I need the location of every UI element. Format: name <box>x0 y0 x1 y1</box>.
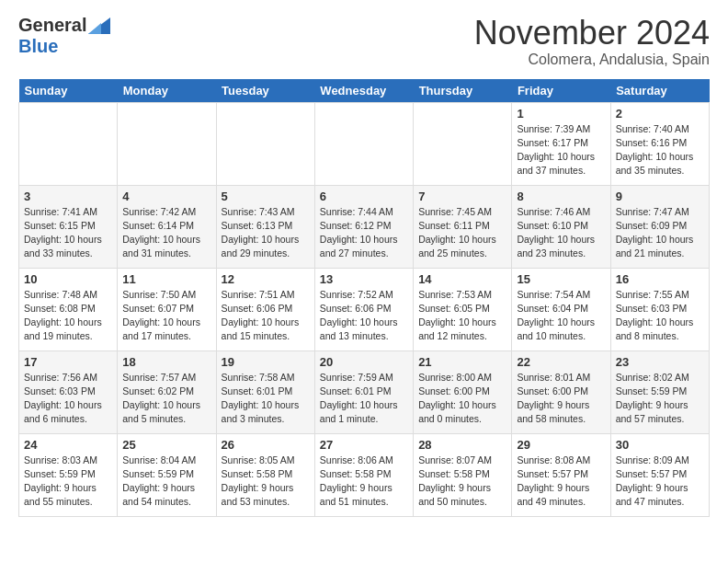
weekday-header: Sunday <box>19 79 118 103</box>
calendar-cell: 12Sunrise: 7:51 AMSunset: 6:06 PMDayligh… <box>216 268 314 350</box>
weekday-header: Tuesday <box>216 79 314 103</box>
day-number: 16 <box>616 272 704 286</box>
day-number: 14 <box>418 272 506 286</box>
day-info: Sunrise: 7:41 AMSunset: 6:15 PMDaylight:… <box>24 205 112 261</box>
svg-marker-1 <box>88 23 101 34</box>
day-number: 18 <box>122 355 210 369</box>
day-info: Sunrise: 7:56 AMSunset: 6:03 PMDaylight:… <box>24 371 112 427</box>
calendar-cell: 18Sunrise: 7:57 AMSunset: 6:02 PMDayligh… <box>118 350 216 433</box>
weekday-header: Wednesday <box>314 79 413 103</box>
calendar-cell: 27Sunrise: 8:06 AMSunset: 5:58 PMDayligh… <box>314 433 413 516</box>
day-number: 23 <box>616 355 704 369</box>
calendar-cell: 25Sunrise: 8:04 AMSunset: 5:59 PMDayligh… <box>118 433 216 516</box>
day-number: 29 <box>517 438 605 452</box>
day-info: Sunrise: 7:53 AMSunset: 6:05 PMDaylight:… <box>418 288 506 344</box>
day-info: Sunrise: 7:50 AMSunset: 6:07 PMDaylight:… <box>122 288 210 344</box>
day-info: Sunrise: 7:58 AMSunset: 6:01 PMDaylight:… <box>222 371 310 427</box>
day-info: Sunrise: 8:09 AMSunset: 5:57 PMDaylight:… <box>616 454 704 510</box>
calendar-cell: 21Sunrise: 8:00 AMSunset: 6:00 PMDayligh… <box>414 350 512 433</box>
title-block: November 2024 Colomera, Andalusia, Spain <box>474 15 710 68</box>
day-number: 28 <box>418 438 506 452</box>
calendar-cell: 22Sunrise: 8:01 AMSunset: 6:00 PMDayligh… <box>512 350 610 433</box>
calendar-cell: 17Sunrise: 7:56 AMSunset: 6:03 PMDayligh… <box>19 350 118 433</box>
calendar-cell: 8Sunrise: 7:46 AMSunset: 6:10 PMDaylight… <box>512 185 610 268</box>
calendar-cell: 4Sunrise: 7:42 AMSunset: 6:14 PMDaylight… <box>118 185 216 268</box>
calendar-cell: 2Sunrise: 7:40 AMSunset: 6:16 PMDaylight… <box>610 102 709 185</box>
location: Colomera, Andalusia, Spain <box>474 52 710 68</box>
day-info: Sunrise: 7:51 AMSunset: 6:06 PMDaylight:… <box>222 288 310 344</box>
day-number: 2 <box>616 107 704 121</box>
day-number: 24 <box>24 438 112 452</box>
calendar-cell: 23Sunrise: 8:02 AMSunset: 5:59 PMDayligh… <box>610 350 709 433</box>
calendar-week-row: 17Sunrise: 7:56 AMSunset: 6:03 PMDayligh… <box>19 350 710 433</box>
calendar-cell <box>118 102 216 185</box>
day-number: 7 <box>418 190 506 203</box>
day-number: 8 <box>517 190 605 203</box>
day-number: 9 <box>616 190 704 203</box>
calendar-table: SundayMondayTuesdayWednesdayThursdayFrid… <box>18 79 710 517</box>
day-number: 11 <box>122 272 210 286</box>
day-number: 5 <box>222 190 310 203</box>
logo: General Blue <box>18 15 110 57</box>
calendar-cell: 28Sunrise: 8:07 AMSunset: 5:58 PMDayligh… <box>414 433 512 516</box>
logo-icon <box>88 17 110 34</box>
day-number: 21 <box>418 355 506 369</box>
day-info: Sunrise: 7:45 AMSunset: 6:11 PMDaylight:… <box>418 205 506 261</box>
calendar-cell: 13Sunrise: 7:52 AMSunset: 6:06 PMDayligh… <box>314 268 413 350</box>
calendar-week-row: 1Sunrise: 7:39 AMSunset: 6:17 PMDaylight… <box>19 102 710 185</box>
day-number: 26 <box>222 438 310 452</box>
calendar-header: SundayMondayTuesdayWednesdayThursdayFrid… <box>19 79 710 103</box>
day-info: Sunrise: 7:46 AMSunset: 6:10 PMDaylight:… <box>517 205 605 261</box>
header-row: SundayMondayTuesdayWednesdayThursdayFrid… <box>19 79 710 103</box>
calendar-cell: 14Sunrise: 7:53 AMSunset: 6:05 PMDayligh… <box>414 268 512 350</box>
day-info: Sunrise: 7:57 AMSunset: 6:02 PMDaylight:… <box>122 371 210 427</box>
day-number: 13 <box>320 272 408 286</box>
header: General Blue November 2024 Colomera, And… <box>18 15 710 68</box>
day-info: Sunrise: 7:54 AMSunset: 6:04 PMDaylight:… <box>517 288 605 344</box>
weekday-header: Thursday <box>414 79 512 103</box>
day-number: 15 <box>517 272 605 286</box>
day-info: Sunrise: 7:44 AMSunset: 6:12 PMDaylight:… <box>320 205 408 261</box>
calendar-cell: 5Sunrise: 7:43 AMSunset: 6:13 PMDaylight… <box>216 185 314 268</box>
day-info: Sunrise: 8:05 AMSunset: 5:58 PMDaylight:… <box>222 454 310 510</box>
day-number: 22 <box>517 355 605 369</box>
day-info: Sunrise: 7:42 AMSunset: 6:14 PMDaylight:… <box>122 205 210 261</box>
page: General Blue November 2024 Colomera, And… <box>0 0 728 532</box>
calendar-cell: 30Sunrise: 8:09 AMSunset: 5:57 PMDayligh… <box>610 433 709 516</box>
day-number: 20 <box>320 355 408 369</box>
calendar-cell <box>414 102 512 185</box>
calendar-week-row: 24Sunrise: 8:03 AMSunset: 5:59 PMDayligh… <box>19 433 710 516</box>
day-info: Sunrise: 8:07 AMSunset: 5:58 PMDaylight:… <box>418 454 506 510</box>
calendar-cell: 7Sunrise: 7:45 AMSunset: 6:11 PMDaylight… <box>414 185 512 268</box>
day-number: 30 <box>616 438 704 452</box>
calendar-body: 1Sunrise: 7:39 AMSunset: 6:17 PMDaylight… <box>19 102 710 516</box>
day-info: Sunrise: 7:52 AMSunset: 6:06 PMDaylight:… <box>320 288 408 344</box>
day-number: 1 <box>517 107 605 121</box>
calendar-cell: 1Sunrise: 7:39 AMSunset: 6:17 PMDaylight… <box>512 102 610 185</box>
calendar-week-row: 3Sunrise: 7:41 AMSunset: 6:15 PMDaylight… <box>19 185 710 268</box>
day-number: 19 <box>222 355 310 369</box>
calendar-cell: 6Sunrise: 7:44 AMSunset: 6:12 PMDaylight… <box>314 185 413 268</box>
day-info: Sunrise: 8:03 AMSunset: 5:59 PMDaylight:… <box>24 454 112 510</box>
calendar-cell: 10Sunrise: 7:48 AMSunset: 6:08 PMDayligh… <box>19 268 118 350</box>
day-info: Sunrise: 8:00 AMSunset: 6:00 PMDaylight:… <box>418 371 506 427</box>
calendar-cell <box>216 102 314 185</box>
day-number: 17 <box>24 355 112 369</box>
day-info: Sunrise: 7:59 AMSunset: 6:01 PMDaylight:… <box>320 371 408 427</box>
calendar-cell: 24Sunrise: 8:03 AMSunset: 5:59 PMDayligh… <box>19 433 118 516</box>
day-number: 12 <box>222 272 310 286</box>
day-info: Sunrise: 7:47 AMSunset: 6:09 PMDaylight:… <box>616 205 704 261</box>
calendar-cell: 15Sunrise: 7:54 AMSunset: 6:04 PMDayligh… <box>512 268 610 350</box>
day-number: 27 <box>320 438 408 452</box>
day-info: Sunrise: 8:02 AMSunset: 5:59 PMDaylight:… <box>616 371 704 427</box>
day-info: Sunrise: 8:04 AMSunset: 5:59 PMDaylight:… <box>122 454 210 510</box>
day-info: Sunrise: 8:08 AMSunset: 5:57 PMDaylight:… <box>517 454 605 510</box>
logo-general-text: General <box>18 15 86 36</box>
calendar-cell: 16Sunrise: 7:55 AMSunset: 6:03 PMDayligh… <box>610 268 709 350</box>
day-info: Sunrise: 7:48 AMSunset: 6:08 PMDaylight:… <box>24 288 112 344</box>
day-number: 25 <box>122 438 210 452</box>
calendar-cell: 20Sunrise: 7:59 AMSunset: 6:01 PMDayligh… <box>314 350 413 433</box>
day-number: 10 <box>24 272 112 286</box>
month-title: November 2024 <box>474 15 710 52</box>
calendar-cell: 3Sunrise: 7:41 AMSunset: 6:15 PMDaylight… <box>19 185 118 268</box>
